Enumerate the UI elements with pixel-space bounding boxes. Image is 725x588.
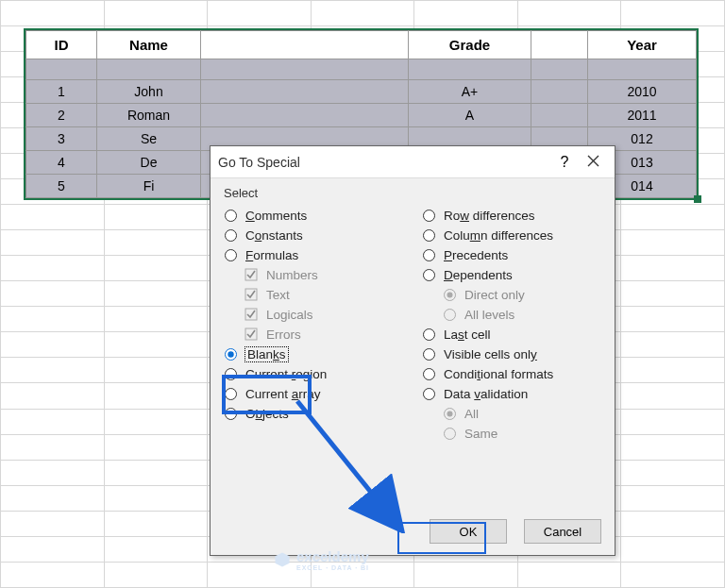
radio-icon <box>422 328 436 342</box>
svg-rect-6 <box>245 328 257 340</box>
svg-point-14 <box>424 250 435 261</box>
radio-icon <box>422 228 436 243</box>
option-all-levels: All levels <box>422 305 601 325</box>
svg-point-11 <box>226 409 237 420</box>
checkbox-icon <box>244 268 259 282</box>
svg-point-13 <box>424 230 435 242</box>
option-current-region[interactable]: Current region <box>224 364 403 384</box>
radio-icon <box>224 387 238 401</box>
radio-selected-icon <box>224 347 238 361</box>
option-text: Text <box>224 285 403 305</box>
svg-rect-5 <box>245 309 257 320</box>
header-name: Name <box>97 31 201 59</box>
checkbox-icon <box>244 308 259 322</box>
svg-point-20 <box>424 349 435 361</box>
option-visible-cells-only[interactable]: Visible cells only <box>422 344 601 364</box>
cancel-button[interactable]: Cancel <box>524 519 601 544</box>
svg-point-10 <box>226 389 237 400</box>
header-id: ID <box>26 31 97 59</box>
option-dependents[interactable]: Dependents <box>422 265 601 285</box>
radio-icon <box>224 367 238 381</box>
close-icon <box>587 155 599 167</box>
radio-icon <box>422 367 436 381</box>
svg-point-17 <box>447 293 453 298</box>
header-row: ID Name Grade Year <box>26 31 697 59</box>
option-current-array[interactable]: Current array <box>224 384 403 404</box>
watermark: exceldemy EXCEL · DATA · BI <box>274 548 369 571</box>
radio-icon <box>422 209 436 223</box>
option-logicals: Logicals <box>224 305 403 325</box>
svg-point-25 <box>445 428 456 440</box>
option-comments[interactable]: Comments <box>224 206 403 226</box>
option-formulas[interactable]: Formulas <box>224 245 403 265</box>
svg-point-19 <box>424 329 435 341</box>
option-constants[interactable]: Constants <box>224 226 403 245</box>
checkbox-icon <box>244 288 259 302</box>
option-direct-only: Direct only <box>422 285 601 305</box>
header-grade: Grade <box>409 31 531 59</box>
dialog-titlebar[interactable]: Go To Special ? <box>211 146 615 178</box>
close-button[interactable] <box>579 154 607 171</box>
option-row-differences[interactable]: Row differences <box>422 206 601 226</box>
radio-icon <box>224 209 238 223</box>
svg-marker-27 <box>276 553 290 567</box>
radio-icon <box>422 387 436 401</box>
svg-point-18 <box>445 310 456 321</box>
logo-icon <box>274 551 291 568</box>
option-last-cell[interactable]: Last cell <box>422 325 601 344</box>
header-blank2 <box>531 31 588 59</box>
help-button[interactable]: ? <box>550 154 579 171</box>
radio-icon <box>443 407 457 421</box>
option-errors: Errors <box>224 325 403 344</box>
option-conditional-formats[interactable]: Conditional formats <box>422 364 601 384</box>
go-to-special-dialog: Go To Special ? Select Comments Constant… <box>210 145 615 556</box>
radio-icon <box>224 248 238 262</box>
dialog-title: Go To Special <box>218 155 550 170</box>
header-year: Year <box>588 31 697 59</box>
radio-icon <box>443 288 457 302</box>
svg-point-22 <box>424 389 435 400</box>
option-all: All <box>422 404 601 424</box>
svg-rect-3 <box>245 269 257 280</box>
svg-point-24 <box>447 412 453 417</box>
svg-rect-4 <box>245 289 257 300</box>
svg-point-12 <box>424 210 435 222</box>
table-row: 2 Roman A 2011 <box>26 104 697 127</box>
radio-icon <box>443 308 457 322</box>
svg-point-21 <box>424 369 435 380</box>
option-precedents[interactable]: Precedents <box>422 245 601 265</box>
svg-point-15 <box>424 270 435 281</box>
option-blanks[interactable]: Blanks <box>224 344 403 364</box>
svg-point-8 <box>228 351 233 357</box>
svg-point-9 <box>226 369 237 380</box>
svg-point-2 <box>226 250 237 261</box>
svg-point-1 <box>226 230 237 242</box>
radio-icon <box>422 347 436 361</box>
header-blank1 <box>201 31 409 59</box>
selection-handle[interactable] <box>694 195 701 203</box>
select-label: Select <box>224 186 601 200</box>
radio-icon <box>422 248 436 262</box>
ok-button[interactable]: OK <box>430 519 507 544</box>
radio-icon <box>224 407 238 421</box>
option-column-differences[interactable]: Column differences <box>422 226 601 245</box>
radio-icon <box>443 427 457 441</box>
radio-icon <box>224 228 238 243</box>
option-data-validation[interactable]: Data validation <box>422 384 601 404</box>
table-row: 1 John A+ 2010 <box>26 80 697 104</box>
option-numbers: Numbers <box>224 265 403 285</box>
option-objects[interactable]: Objects <box>224 404 403 424</box>
option-same: Same <box>422 424 601 444</box>
checkbox-icon <box>244 328 259 342</box>
table-row <box>26 59 697 80</box>
radio-icon <box>422 268 436 282</box>
svg-point-0 <box>226 210 237 222</box>
